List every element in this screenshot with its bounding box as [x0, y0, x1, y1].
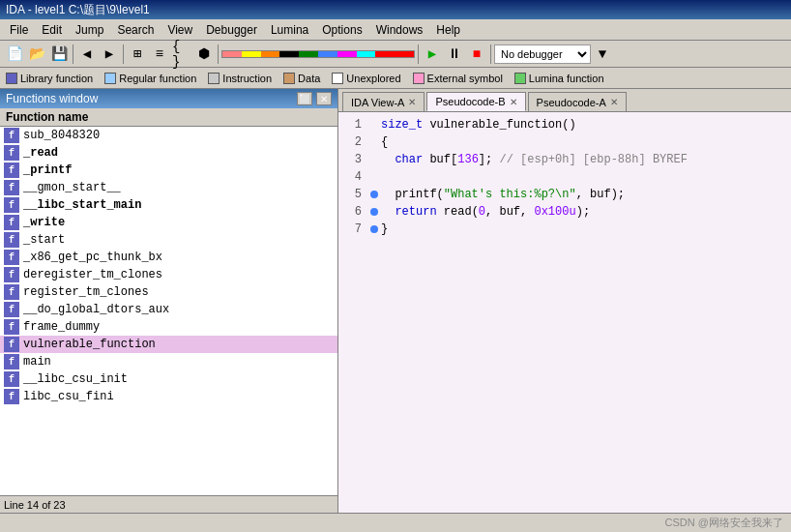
legend-instruction: Instruction [208, 73, 272, 84]
code-text-3: char buf[136]; // [esp+0h] [ebp-88h] BYR… [381, 153, 688, 166]
run-button[interactable]: ▶ [422, 44, 443, 65]
status-bar: CSDN @网络安全我来了 [0, 513, 791, 532]
code-line-4: 4 [338, 168, 791, 186]
legend-unexplored: Unexplored [332, 73, 400, 84]
breakpoint-dot-7 [370, 225, 378, 233]
legend-unexplored-label: Unexplored [346, 73, 400, 84]
func-item-sub8048320[interactable]: f sub_8048320 [0, 127, 337, 144]
func-name: _read [23, 146, 58, 160]
graph-button[interactable]: ⬢ [193, 44, 215, 65]
func-item-write[interactable]: f _write [0, 214, 337, 231]
pseudo-button[interactable]: { } [171, 44, 192, 65]
menu-file[interactable]: File [4, 21, 34, 39]
code-tabs: IDA View-A ✕ Pseudocode-B ✕ Pseudocode-A… [338, 89, 791, 112]
func-name: __gmon_start__ [23, 181, 121, 194]
menu-view[interactable]: View [161, 21, 198, 39]
func-name: deregister_tm_clones [23, 268, 162, 281]
func-item-csu-fini[interactable]: f libc_csu_fini [0, 388, 337, 405]
new-button[interactable]: 📄 [4, 44, 25, 65]
forward-button[interactable]: ▶ [99, 44, 120, 65]
func-icon: f [4, 371, 19, 387]
func-item-vulnerable[interactable]: f vulnerable_function [0, 336, 337, 353]
separator-3 [218, 44, 219, 64]
func-name: _start [23, 233, 65, 247]
func-item-register[interactable]: f register_tm_clones [0, 283, 337, 301]
func-item-printf[interactable]: f _printf [0, 162, 337, 179]
func-icon: f [4, 180, 19, 195]
legend-data-label: Data [298, 73, 320, 84]
tab-close-pseudo-a[interactable]: ✕ [610, 97, 618, 107]
legend-regular-color [104, 73, 116, 84]
func-item-csu-init[interactable]: f __libc_csu_init [0, 370, 337, 388]
asm-button[interactable]: ≡ [149, 44, 170, 65]
func-item-gmon[interactable]: f __gmon_start__ [0, 179, 337, 196]
panel-close-button[interactable]: ✕ [316, 92, 332, 105]
functions-list[interactable]: f sub_8048320 f _read f _printf f __gmon… [0, 127, 337, 495]
func-name: sub_8048320 [23, 129, 100, 142]
func-item-deregister[interactable]: f deregister_tm_clones [0, 266, 337, 283]
menu-edit[interactable]: Edit [36, 21, 68, 39]
breakpoint-dot-5 [370, 191, 378, 198]
save-button[interactable]: 💾 [48, 44, 70, 65]
tab-label-ida: IDA View-A [351, 97, 404, 108]
tab-pseudocode-b[interactable]: Pseudocode-B ✕ [426, 92, 525, 111]
func-icon: f [4, 354, 19, 369]
hex-button[interactable]: ⊞ [127, 44, 148, 65]
debugger-select[interactable]: No debugger [494, 44, 591, 64]
debugger-dropdown[interactable]: ▼ [592, 44, 613, 65]
legend-library: Library function [6, 73, 93, 84]
line-number-6: 6 [338, 205, 367, 219]
line-dot-5 [367, 191, 381, 198]
tab-ida-view-a[interactable]: IDA View-A ✕ [342, 92, 425, 111]
menu-options[interactable]: Options [316, 21, 367, 39]
legend-unexplored-color [332, 73, 343, 84]
line-dot-7 [367, 225, 381, 233]
func-item-start[interactable]: f _start [0, 231, 337, 249]
tab-label-pseudo-b: Pseudocode-B [435, 96, 505, 107]
tab-close-ida[interactable]: ✕ [408, 97, 416, 107]
func-icon: f [4, 197, 19, 213]
func-name: main [23, 355, 51, 369]
code-area: IDA View-A ✕ Pseudocode-B ✕ Pseudocode-A… [338, 89, 791, 513]
legend-data: Data [283, 73, 320, 84]
legend-lumina-color [514, 73, 526, 84]
code-text-2: { [381, 135, 388, 149]
func-item-dtors[interactable]: f __do_global_dtors_aux [0, 301, 337, 318]
functions-titlebar: Functions window ⬜ ✕ [0, 89, 337, 108]
code-text-6: return read(0, buf, 0x100u); [381, 205, 590, 219]
menu-debugger[interactable]: Debugger [200, 21, 263, 39]
code-line-5: 5 printf("What's this:%p?\n", buf); [338, 186, 791, 203]
func-item-libc-start-main[interactable]: f __libc_start_main [0, 196, 337, 214]
functions-statusbar: Line 14 of 23 [0, 495, 337, 513]
func-icon: f [4, 389, 19, 404]
back-button[interactable]: ◀ [76, 44, 98, 65]
pause-button[interactable]: ⏸ [444, 44, 465, 65]
func-item-read[interactable]: f _read [0, 144, 337, 162]
func-item-frame-dummy[interactable]: f frame_dummy [0, 318, 337, 336]
legend-regular: Regular function [104, 73, 196, 84]
code-content[interactable]: 1 size_t vulnerable_function() 2 { 3 cha… [338, 112, 791, 513]
title-text: IDA - level1 C:\题目\9\level1 [6, 2, 150, 18]
func-icon: f [4, 145, 19, 161]
menu-windows[interactable]: Windows [370, 21, 429, 39]
func-icon: f [4, 337, 19, 352]
functions-panel-title: Functions window [6, 92, 98, 105]
toolbar: 📄 📂 💾 ◀ ▶ ⊞ ≡ { } ⬢ ▶ ⏸ ■ No debugger ▼ [0, 41, 791, 68]
func-item-x86-thunk[interactable]: f _x86_get_pc_thunk_bx [0, 249, 337, 266]
menu-lumina[interactable]: Lumina [265, 21, 314, 39]
legend-library-color [6, 73, 17, 84]
menu-jump[interactable]: Jump [70, 21, 109, 39]
tab-pseudocode-a[interactable]: Pseudocode-A ✕ [528, 92, 627, 111]
menu-search[interactable]: Search [111, 21, 160, 39]
stop-button[interactable]: ■ [466, 44, 487, 65]
panel-restore-button[interactable]: ⬜ [297, 92, 312, 105]
separator-1 [73, 44, 73, 64]
code-line-3: 3 char buf[136]; // [esp+0h] [ebp-88h] B… [338, 151, 791, 168]
menu-help[interactable]: Help [430, 21, 466, 39]
tab-close-pseudo-b[interactable]: ✕ [510, 97, 517, 107]
line-number-4: 4 [338, 170, 367, 184]
func-name: vulnerable_function [23, 338, 156, 351]
func-name: _x86_get_pc_thunk_bx [23, 251, 162, 264]
func-item-main[interactable]: f main [0, 353, 337, 370]
open-button[interactable]: 📂 [26, 44, 47, 65]
